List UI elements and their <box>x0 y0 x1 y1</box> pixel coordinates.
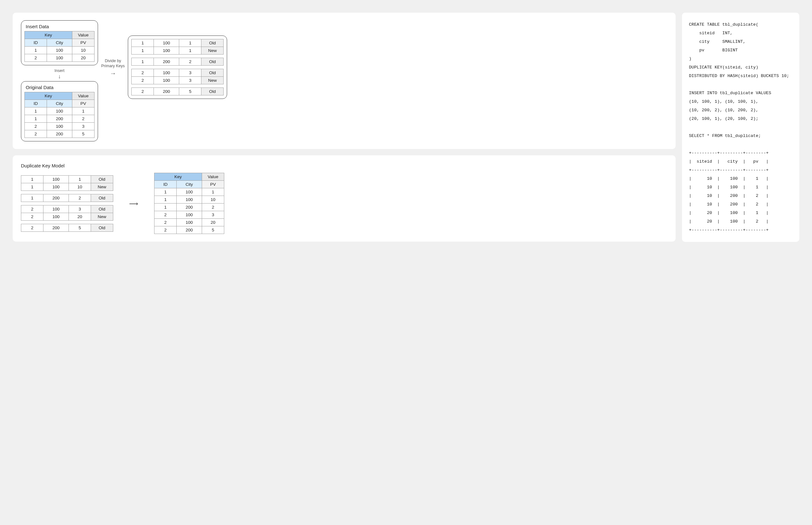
code-line: (20, 100, 1), (20, 100, 2); <box>689 116 758 121</box>
table-row: 11001 <box>25 107 94 115</box>
table-row: 21003Old <box>132 69 224 77</box>
code-line: INSERT INTO tbl_duplicate VALUES <box>689 91 771 95</box>
th-pv: PV <box>202 181 224 188</box>
duplicate-key-title: Duplicate Key Model <box>21 163 667 168</box>
code-line: (10, 200, 2), (10, 200, 2), <box>689 108 758 112</box>
original-data-title: Original Data <box>25 84 94 92</box>
arrow-down-icon: ↓ <box>58 74 61 79</box>
table-row: 21003New <box>132 77 224 84</box>
code-line: | 10 | 200 | 2 | <box>689 193 769 198</box>
code-line: | siteid | city | pv | <box>689 159 769 164</box>
table-row: 12002Old <box>21 194 113 201</box>
result-table: Key Value ID City PV 11001 110010 12002 … <box>154 173 224 234</box>
group-table: 12002Old <box>131 58 224 65</box>
table-row: 11001Old <box>21 175 113 183</box>
table-row: 22005 <box>25 130 94 138</box>
code-panel: CREATE TABLE tbl_duplicate( siteid INT, … <box>682 13 799 242</box>
code-line: siteid INT, <box>689 31 733 35</box>
stage-table: 21003Old 210020New <box>21 205 113 221</box>
code-line: (10, 100, 1), (10, 100, 1), <box>689 99 758 104</box>
stage-table: 22005Old <box>21 224 113 232</box>
divide-arrow: Divide by Primary Keys → <box>101 20 125 76</box>
table-row: 21003Old <box>21 205 113 213</box>
table-row: 12002 <box>25 115 94 123</box>
th-value: Value <box>202 173 224 181</box>
th-id: ID <box>154 181 177 188</box>
table-row: 22005Old <box>21 224 113 231</box>
stage-table: 11001Old 110010New <box>21 175 113 191</box>
result-frame: Key Value ID City PV 11001 110010 12002 … <box>154 173 224 234</box>
table-row: 210020 <box>25 54 94 62</box>
code-line: DISTRIBUTED BY HASH(siteid) BUCKETS 10; <box>689 74 789 78</box>
table-row: 21003 <box>25 123 94 130</box>
diagram-canvas: Insert Data Key Value ID City PV <box>13 13 799 242</box>
th-city: City <box>177 181 202 188</box>
bottom-panel: Duplicate Key Model 11001Old 110010New 1… <box>13 155 676 242</box>
table-row: 11001New <box>132 47 224 55</box>
th-key: Key <box>25 31 72 39</box>
table-row: 22005Old <box>132 88 224 95</box>
code-line: | 10 | 100 | 1 | <box>689 185 769 190</box>
original-data-table: Key Value ID City PV 11001 12002 21003 <box>25 92 94 138</box>
group-table: 21003Old 21003New <box>131 69 224 84</box>
table-row: 110010New <box>21 183 113 191</box>
code-line: | 10 | 100 | 1 | <box>689 176 769 181</box>
table-row: 21003 <box>154 211 224 219</box>
code-line: +----------+---------+--------+ <box>689 228 769 232</box>
th-id: ID <box>25 39 47 47</box>
stages-column: 11001Old 110010New 12002Old 21003Old 210… <box>21 175 113 232</box>
insert-data-title: Insert Data <box>25 23 94 31</box>
top-panel: Insert Data Key Value ID City PV <box>13 13 676 149</box>
code-line: | 20 | 100 | 1 | <box>689 210 769 215</box>
th-value: Value <box>72 31 94 39</box>
code-line: city SMALLINT, <box>689 39 745 44</box>
th-city: City <box>47 39 72 47</box>
group-table: 11001Old 11001New <box>131 39 224 55</box>
code-line: DUPLICATE KEY(siteid, city) <box>689 65 758 70</box>
code-line: | 20 | 100 | 2 | <box>689 219 769 224</box>
th-value: Value <box>72 92 94 100</box>
table-row: 110010 <box>25 47 94 54</box>
left-column: Insert Data Key Value ID City PV <box>13 13 676 242</box>
table-row: 210020 <box>154 219 224 226</box>
arrow-right-icon: → <box>110 70 116 76</box>
table-row: 110010 <box>154 196 224 204</box>
original-data-frame: Original Data Key Value ID City PV <box>21 81 98 141</box>
th-key: Key <box>25 92 72 100</box>
table-row: 210020New <box>21 213 113 220</box>
th-city: City <box>47 100 72 107</box>
code-line: ) <box>689 57 692 61</box>
code-line: | 10 | 200 | 2 | <box>689 202 769 207</box>
arrow-right-icon: ⟶ <box>120 200 148 207</box>
table-row: 22005 <box>154 226 224 234</box>
insert-data-table: Key Value ID City PV 110010 210020 <box>25 31 94 62</box>
th-id: ID <box>25 100 47 107</box>
table-row: 11001 <box>154 188 224 196</box>
code-line: +----------+---------+--------+ <box>689 151 769 155</box>
th-key: Key <box>154 173 202 181</box>
code-line: SELECT * FROM tbl_duplicate; <box>689 134 761 138</box>
th-pv: PV <box>72 39 94 47</box>
divide-label: Divide by Primary Keys <box>101 58 125 69</box>
group-table: 22005Old <box>131 88 224 95</box>
stage-table: 12002Old <box>21 194 113 202</box>
table-row: 12002 <box>154 204 224 211</box>
th-pv: PV <box>72 100 94 107</box>
code-line: pv BIGINT <box>689 48 738 52</box>
code-line: +----------+---------+--------+ <box>689 168 769 172</box>
insert-arrow: Insert ↓ <box>21 67 98 79</box>
table-row: 11001Old <box>132 39 224 47</box>
code-line: CREATE TABLE tbl_duplicate( <box>689 22 758 27</box>
insert-data-frame: Insert Data Key Value ID City PV <box>21 20 98 65</box>
table-row: 12002Old <box>132 58 224 65</box>
insert-label: Insert <box>55 69 64 73</box>
grouped-frame: 11001Old 11001New 12002Old 21003Old 2100… <box>128 35 227 99</box>
